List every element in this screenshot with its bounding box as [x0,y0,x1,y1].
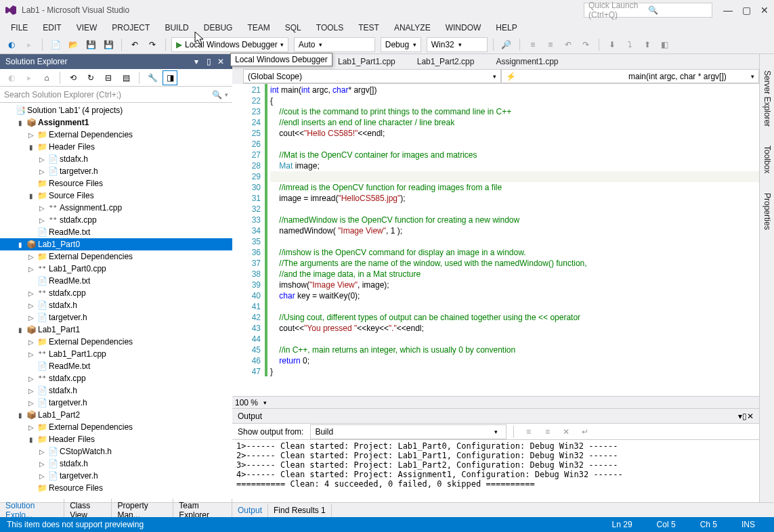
tree-item[interactable]: ▷📄stdafx.h [0,384,232,397]
prev-msg-icon[interactable]: ≡ [540,424,555,439]
menu-project[interactable]: PROJECT [106,22,155,34]
output-source-combo[interactable]: Build▾ [310,424,507,439]
step-over-button[interactable]: ⤵ [622,37,637,52]
tree-item[interactable]: ▷📁External Dependencies [0,336,232,348]
tree-item[interactable]: ▷📁External Dependencies [0,129,232,141]
dropdown-icon[interactable]: ▾ [190,57,202,66]
platform-combo[interactable]: Auto▾ [294,37,375,52]
output-text[interactable]: 1>------ Clean started: Project: Lab1_Pa… [232,440,759,502]
menu-debug[interactable]: DEBUG [198,22,238,34]
start-debugging-button[interactable]: ▶ Local Windows Debugger ▾ [171,37,288,52]
home-icon[interactable]: ⌂ [39,70,54,85]
editor-tab[interactable]: Lab1_Part2.cpp [406,55,486,68]
tree-item[interactable]: ▷⁺⁺stdafx.cpp [0,372,232,384]
wrap-icon[interactable]: ↵ [578,424,593,439]
bottom-tab[interactable]: Find Results 1 [268,504,332,517]
tree-item[interactable]: ▷📄targetver.h [0,470,232,482]
properties-icon[interactable]: 🔧 [145,70,160,85]
tree-item[interactable]: ▮📁Header Files [0,141,232,153]
fwd-icon[interactable]: ▸ [22,70,37,85]
tree-item[interactable]: ▷📄stdafx.h [0,153,232,165]
tree-item[interactable]: ▷📁External Dependencies [0,250,232,263]
close-panel-icon[interactable]: ✕ [747,412,754,421]
collapse-icon[interactable]: ⊟ [101,70,116,85]
menu-edit[interactable]: EDIT [37,22,66,34]
menu-build[interactable]: BUILD [159,22,194,34]
preview-icon[interactable]: ◨ [163,70,177,85]
tree-item[interactable]: ▮📦Lab1_Part1 [0,324,232,336]
tree-item[interactable]: ▷📄targetver.h [0,397,232,409]
comment-button[interactable]: ≡ [525,37,540,52]
menu-sql[interactable]: SQL [280,22,307,34]
open-button[interactable]: 📂 [66,37,81,52]
menu-view[interactable]: VIEW [71,22,103,34]
minimize-button[interactable]: — [723,5,733,16]
clear-icon[interactable]: ✕ [559,424,574,439]
bottom-tab[interactable]: Output [232,504,268,517]
editor-tab[interactable]: Assignment1.cpp [485,55,569,68]
tree-item[interactable]: ▷📄stdafx.h [0,458,232,470]
refresh-icon[interactable]: ↻ [83,70,98,85]
fwd-button[interactable]: ▸ [22,37,37,52]
tree-item[interactable]: ▷⁺⁺stdafx.cpp [0,287,232,299]
tree-item[interactable]: ▮📁Header Files [0,433,232,445]
tree-item[interactable]: ▷📁External Dependencies [0,421,232,433]
menu-analyze[interactable]: ANALYZE [389,22,436,34]
undo-button[interactable]: ↶ [127,37,142,52]
tree-item[interactable]: ▮📦Lab1_Part0 [0,238,232,250]
scope-right[interactable]: ⚡ main(int argc, char * argv[])▾ [501,69,759,83]
save-all-button[interactable]: 💾 [101,37,116,52]
find-msg-icon[interactable]: ≡ [521,424,536,439]
tree-item[interactable]: 📄ReadMe.txt [0,275,232,287]
find-button[interactable]: 🔎 [499,37,514,52]
side-rail-tab[interactable]: Server Explorer [761,68,773,129]
config-combo[interactable]: Debug▾ [381,37,421,52]
side-rail-tab[interactable]: Properties [761,190,773,233]
back-icon[interactable]: ◐ [4,70,19,85]
back-button[interactable]: ◐ [4,37,19,52]
tree-item[interactable]: ▮📦Lab1_Part2 [0,409,232,421]
pin-icon[interactable]: ▯ [742,412,747,421]
pin-icon[interactable]: ▯ [202,57,215,66]
side-rail-tab[interactable]: Toolbox [761,143,773,176]
tree-item[interactable]: 📁Resource Files [0,482,232,494]
tree-item[interactable]: ▷📄stdafx.h [0,299,232,311]
show-all-icon[interactable]: ▤ [119,70,133,85]
tree-item[interactable]: ▷⁺⁺stdafx.cpp [0,214,232,226]
tree-item[interactable]: ▷📄CStopWatch.h [0,445,232,458]
tree-item[interactable]: ▮📦Assignment1 [0,116,232,129]
editor-tab[interactable]: Lab1_Part1.cpp [327,55,406,68]
uncomment-button[interactable]: ≡ [543,37,558,52]
menu-team[interactable]: TEAM [242,22,275,34]
step-into-button[interactable]: ⬇ [605,37,620,52]
solution-search-input[interactable]: Search Solution Explorer (Ctrl+;) 🔍 ▾ [0,87,232,103]
zoom-level[interactable]: 100 % [232,398,261,407]
close-button[interactable]: ✕ [760,5,769,16]
menu-tools[interactable]: TOOLS [311,22,349,34]
arch-combo[interactable]: Win32▾ [427,37,488,52]
tree-item[interactable]: ▮📁Source Files [0,190,232,202]
menu-test[interactable]: TEST [353,22,385,34]
menu-file[interactable]: FILE [5,22,33,34]
menu-help[interactable]: HELP [490,22,522,34]
tree-item[interactable]: 📁Resource Files [0,177,232,190]
quick-launch-input[interactable]: Quick Launch (Ctrl+Q) 🔍 [584,3,712,18]
tree-item[interactable]: 📄ReadMe.txt [0,360,232,372]
break-button[interactable]: ◧ [658,37,672,52]
redo-button[interactable]: ↷ [145,37,160,52]
menu-window[interactable]: WINDOW [440,22,487,34]
tree-item[interactable]: ▷📄targetver.h [0,165,232,177]
step-out-button[interactable]: ⬆ [640,37,655,52]
tree-item[interactable]: ▷⁺⁺Lab1_Part1.cpp [0,348,232,360]
tree-item[interactable]: ▷⁺⁺Assignment1.cpp [0,202,232,214]
tree-item[interactable]: ▷📄targetver.h [0,311,232,324]
sync-icon[interactable]: ⟲ [66,70,81,85]
maximize-button[interactable]: ▢ [742,5,751,16]
tree-item[interactable]: 📑Solution 'Lab1' (4 projects) [0,104,232,116]
save-button[interactable]: 💾 [83,37,98,52]
tree-item[interactable]: 📄ReadMe.txt [0,226,232,238]
code-editor[interactable]: 2122232425262728293031323334353637383940… [232,84,759,396]
solution-tree[interactable]: 📑Solution 'Lab1' (4 projects)▮📦Assignmen… [0,103,232,502]
new-project-button[interactable]: 📄 [48,37,63,52]
nav-fwd-button[interactable]: ↷ [578,37,593,52]
